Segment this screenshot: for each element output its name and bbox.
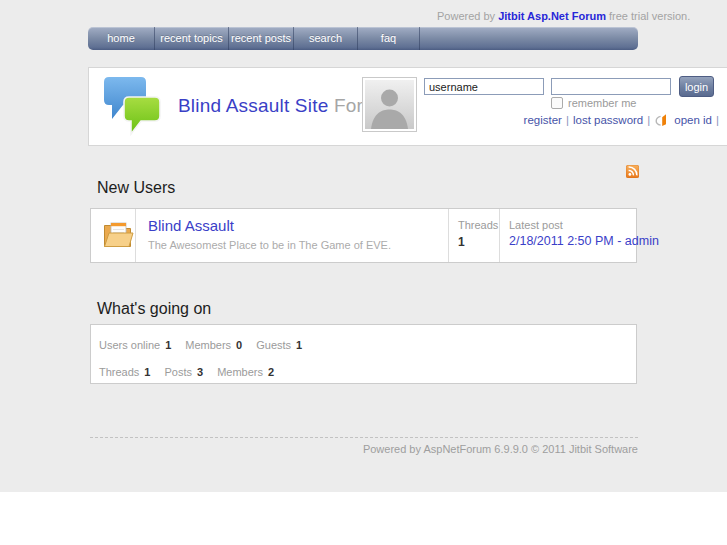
register-link[interactable]: register — [524, 114, 562, 126]
stat-posts: Posts3 — [164, 366, 203, 378]
stat-label: Guests — [256, 339, 291, 351]
nav-search[interactable]: search — [294, 27, 358, 50]
site-title: Blind Assault Site Forum — [178, 95, 390, 117]
stat-value: 1 — [144, 366, 150, 378]
main-nav: home recent topics recent posts search f… — [88, 27, 638, 50]
stat-value: 3 — [197, 366, 203, 378]
rss-icon[interactable] — [626, 164, 639, 177]
footer-divider — [90, 437, 638, 438]
whats-going-on-heading: What's going on — [97, 300, 211, 318]
nav-home[interactable]: home — [88, 27, 155, 50]
stat-label: Members — [217, 366, 263, 378]
trial-suffix: free trial version. — [609, 10, 690, 22]
lost-password-link[interactable]: lost password — [573, 114, 643, 126]
stat-label: Threads — [99, 366, 139, 378]
username-input[interactable] — [424, 78, 544, 95]
avatar — [362, 77, 417, 132]
footer-text: Powered by AspNetForum 6.9.9.0 © 2011 Ji… — [90, 443, 638, 455]
header-panel: Blind Assault Site Forum login remember … — [88, 67, 727, 146]
nav-recent-posts[interactable]: recent posts — [229, 27, 294, 50]
openid-icon — [655, 113, 669, 127]
stat-guests: Guests1 — [256, 339, 302, 351]
stat-value: 0 — [236, 339, 242, 351]
folder-icon — [103, 221, 134, 253]
page: Powered by Jitbit Asp.Net Forum free tri… — [0, 0, 727, 545]
stat-label: Posts — [164, 366, 192, 378]
stat-value: 1 — [165, 339, 171, 351]
trial-notice: Powered by Jitbit Asp.Net Forum free tri… — [437, 10, 690, 22]
remember-me-label: remember me — [568, 97, 636, 109]
stat-threads: Threads1 — [99, 366, 150, 378]
nav-recent-topics[interactable]: recent topics — [155, 27, 229, 50]
column-divider — [448, 209, 449, 262]
nav-faq[interactable]: faq — [358, 27, 420, 50]
stat-value: 2 — [268, 366, 274, 378]
openid-link[interactable]: open id — [674, 114, 712, 126]
stat-members-total: Members2 — [217, 366, 274, 378]
stat-value: 1 — [296, 339, 302, 351]
latest-post-link[interactable]: 2/18/2011 2:50 PM - admin — [509, 234, 659, 248]
stats-panel: Users online1 Members0 Guests1 Threads1 … — [90, 324, 637, 384]
stat-label: Users online — [99, 339, 160, 351]
link-separator: | — [716, 114, 719, 126]
forum-name-link[interactable]: Blind Assault — [148, 217, 234, 234]
login-button[interactable]: login — [679, 76, 714, 97]
threads-label: Threads — [458, 219, 498, 231]
link-separator: | — [566, 114, 569, 126]
column-divider — [135, 209, 136, 262]
login-links: register | lost password | open id | — [524, 113, 719, 127]
site-title-main: Blind Assault Site — [178, 95, 328, 116]
forum-description: The Awesomest Place to be in The Game of… — [148, 239, 391, 251]
remember-me-row: remember me — [551, 97, 636, 109]
link-separator: | — [647, 114, 650, 126]
stat-members-online: Members0 — [185, 339, 242, 351]
chat-bubbles-logo-icon — [102, 76, 164, 136]
remember-me-checkbox[interactable] — [551, 97, 563, 109]
column-divider — [499, 209, 500, 262]
trial-prefix: Powered by — [437, 10, 495, 22]
stats-row-online: Users online1 Members0 Guests1 — [99, 339, 302, 351]
latest-post-label: Latest post — [509, 219, 563, 231]
jitbit-forum-link[interactable]: Jitbit Asp.Net Forum — [498, 10, 606, 22]
stats-row-totals: Threads1 Posts3 Members2 — [99, 366, 274, 378]
threads-count: 1 — [458, 235, 465, 249]
new-users-heading: New Users — [97, 179, 175, 197]
nav-filler — [420, 27, 638, 50]
stat-users-online: Users online1 — [99, 339, 171, 351]
stat-label: Members — [185, 339, 231, 351]
avatar-silhouette-icon — [365, 80, 414, 129]
forum-row: Blind Assault The Awesomest Place to be … — [90, 208, 637, 263]
password-input[interactable] — [551, 78, 671, 95]
